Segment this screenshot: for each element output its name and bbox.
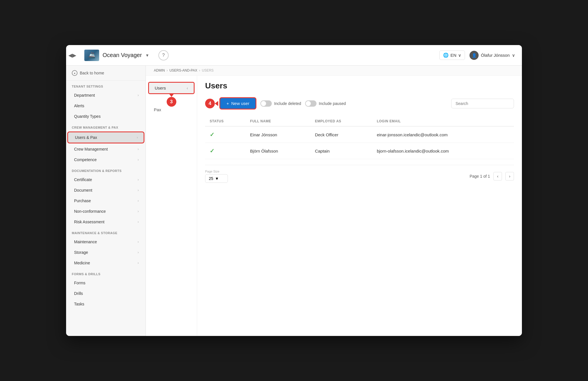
- back-to-home-link[interactable]: ● Back to home: [66, 66, 146, 81]
- sidebar-item-risk-assessment-label: Risk Assessment: [74, 220, 105, 224]
- sidebar-item-competence[interactable]: Competence ›: [67, 155, 144, 165]
- users-pax-wrapper: Users & Pax › 2: [66, 131, 146, 143]
- table-row[interactable]: ✓ Einar Jónsson Deck Officer einar-jonss…: [205, 126, 514, 143]
- content-body: Users ‹ 3 Pax: [146, 76, 522, 336]
- sidebar-item-medicine[interactable]: Medicine ›: [67, 258, 144, 268]
- full-name-2: Björn Ólafsson: [246, 143, 311, 159]
- sidebar-item-drills[interactable]: Drills: [67, 288, 144, 299]
- table-row[interactable]: ✓ Björn Ólafsson Captain bjorn-olafsson.…: [205, 143, 514, 159]
- annotation-4-container: 4: [205, 99, 218, 108]
- sidebar-item-crew-management[interactable]: Crew Management ›: [67, 144, 144, 154]
- table-body: ✓ Einar Jónsson Deck Officer einar-jonss…: [205, 126, 514, 159]
- user-menu-button[interactable]: 👤 Ólafur Jónsson ∨: [469, 51, 515, 60]
- page-size-select: Page Size 25 ▼: [205, 170, 228, 183]
- breadcrumb-admin[interactable]: ADMIN: [154, 68, 165, 72]
- chevron-right-icon-risk: ›: [138, 220, 139, 224]
- chevron-right-icon-crew: ›: [138, 147, 139, 151]
- sidebar-item-certificate-label: Certificate: [74, 177, 92, 182]
- sidebar-item-document-label: Document: [74, 188, 92, 192]
- back-to-home-label: Back to home: [80, 71, 104, 75]
- docs-section-label: DOCUMENTATION & REPORTS: [66, 165, 146, 174]
- vessel-dropdown-icon[interactable]: ▼: [145, 53, 149, 58]
- sidebar-item-maintenance-label: Maintenance: [74, 240, 97, 244]
- include-paused-label: Include paused: [319, 101, 346, 106]
- sidebar-item-quantity-types[interactable]: Quantity Types: [67, 111, 144, 121]
- chevron-right-icon-maint: ›: [138, 240, 139, 244]
- login-email-2: bjorn-olafsson.icelandic@outlook.com: [372, 143, 514, 159]
- chevron-right-icon-purch: ›: [138, 199, 139, 203]
- breadcrumb-users: USERS: [202, 68, 213, 72]
- plus-icon: +: [226, 101, 229, 106]
- sidebar-item-forms-label: Forms: [74, 281, 85, 285]
- language-button[interactable]: 🌐 EN ∨: [439, 50, 465, 60]
- chevron-right-icon-comp: ›: [138, 158, 139, 162]
- page-size-value: 25: [209, 176, 213, 181]
- sidebar-item-forms[interactable]: Forms: [67, 278, 144, 288]
- annotation-3-arrow: [169, 94, 174, 97]
- sidebar-item-tasks-label: Tasks: [74, 302, 84, 306]
- breadcrumb-sep2: ›: [199, 68, 200, 72]
- chevron-right-icon: ›: [138, 93, 139, 97]
- user-name-label: Ólafur Jónsson: [481, 53, 510, 58]
- user-avatar: 👤: [469, 51, 479, 60]
- sidebar-item-storage[interactable]: Storage ›: [67, 247, 144, 258]
- annotation-3-container: 3: [167, 94, 176, 107]
- step-bubble-3: 3: [167, 97, 176, 107]
- include-paused-group: Include paused: [305, 100, 346, 107]
- top-bar: ◀▶ Ocean Voyager ▼ ? 🌐 EN ∨ 👤 Ólafur Jón…: [66, 45, 522, 66]
- page-size-chevron-icon: ▼: [215, 176, 219, 181]
- tab-users-label: Users: [155, 86, 166, 90]
- sidebar-item-maintenance[interactable]: Maintenance ›: [67, 237, 144, 247]
- page-title: Users: [205, 81, 227, 90]
- sidebar-item-risk-assessment[interactable]: Risk Assessment ›: [67, 217, 144, 227]
- sidebar-item-purchase-label: Purchase: [74, 198, 91, 203]
- page-info-text: Page 1 of 1: [469, 174, 490, 179]
- breadcrumb-users-and-pax[interactable]: USERS-AND-PAX: [170, 68, 197, 72]
- sidebar-toggle[interactable]: ◀▶: [66, 45, 79, 66]
- globe-icon: 🌐: [443, 52, 449, 58]
- sidebar-item-non-conformance[interactable]: Non-conformance ›: [67, 206, 144, 216]
- status-check-1: ✓: [210, 131, 215, 138]
- sidebar-item-drills-label: Drills: [74, 291, 83, 296]
- annotation-4-arrow: [215, 101, 218, 106]
- sidebar-item-tasks[interactable]: Tasks: [67, 299, 144, 309]
- include-paused-toggle[interactable]: [305, 100, 317, 107]
- prev-page-button[interactable]: ‹: [493, 172, 502, 181]
- search-input[interactable]: [451, 99, 514, 108]
- users-table: STATUS FULL NAME EMPLOYED AS LOGIN EMAIL…: [205, 116, 514, 159]
- sidebar-item-document[interactable]: Document ›: [67, 185, 144, 195]
- toolbar: 4 + New user Include deleted: [205, 97, 514, 110]
- sidebar-item-alerts[interactable]: Alerts: [67, 101, 144, 111]
- chevron-right-icon-cert: ›: [138, 178, 139, 182]
- sidebar-item-department[interactable]: Department ›: [67, 90, 144, 100]
- status-check-2: ✓: [210, 148, 215, 154]
- chevron-right-icon-nc: ›: [138, 209, 139, 213]
- sidebar-item-storage-label: Storage: [74, 250, 88, 255]
- sidebar-item-users-pax-label: Users & Pax: [75, 135, 97, 140]
- breadcrumb: ADMIN › USERS-AND-PAX › USERS: [146, 66, 522, 76]
- col-employed-as: EMPLOYED AS: [310, 116, 372, 126]
- employed-as-1: Deck Officer: [310, 126, 372, 143]
- user-chevron-icon: ∨: [512, 53, 515, 58]
- sidebar-item-certificate[interactable]: Certificate ›: [67, 175, 144, 185]
- sidebar-item-quantity-types-label: Quantity Types: [74, 114, 101, 119]
- sidebar-item-competence-label: Competence: [74, 157, 97, 162]
- sidebar-item-users-pax[interactable]: Users & Pax ›: [67, 131, 144, 143]
- login-email-1: einar-jonsson.icelandic@outlook.com: [372, 126, 514, 143]
- content-area: ADMIN › USERS-AND-PAX › USERS Users ‹: [146, 66, 522, 336]
- col-status: STATUS: [205, 116, 246, 126]
- breadcrumb-sep1: ›: [167, 68, 168, 72]
- vessel-thumbnail: [84, 50, 99, 61]
- page-size-dropdown[interactable]: 25 ▼: [205, 174, 228, 183]
- table-header: STATUS FULL NAME EMPLOYED AS LOGIN EMAIL: [205, 116, 514, 126]
- help-icon[interactable]: ?: [158, 50, 169, 60]
- sidebar-item-purchase[interactable]: Purchase ›: [67, 196, 144, 206]
- step-bubble-4: 4: [205, 99, 215, 108]
- next-page-button[interactable]: ›: [505, 172, 514, 181]
- include-deleted-toggle[interactable]: [260, 100, 272, 107]
- sidebar-item-alerts-label: Alerts: [74, 104, 84, 108]
- tab-pax-label: Pax: [154, 107, 161, 112]
- new-user-button[interactable]: + New user: [219, 97, 256, 110]
- tab-users[interactable]: Users ‹: [148, 82, 195, 94]
- maintenance-section-label: MAINTENANCE & STORAGE: [66, 227, 146, 236]
